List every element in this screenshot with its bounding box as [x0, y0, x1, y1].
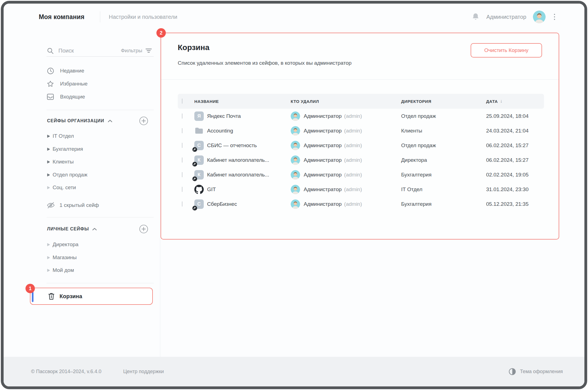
- row-checkbox[interactable]: [182, 128, 182, 133]
- personal-safe-item[interactable]: Директора: [30, 240, 157, 249]
- directory-name: Отдел продаж: [401, 113, 486, 119]
- sidebar-item-label: Входящие: [60, 94, 85, 100]
- table-row[interactable]: К Кабинет налогоплатель... Администратор…: [178, 167, 544, 182]
- column-header-date[interactable]: ДАТА ↓: [486, 98, 544, 104]
- triangle-right-icon[interactable]: [47, 173, 50, 177]
- org-safe-item[interactable]: Соц. сети: [30, 183, 157, 193]
- hidden-safe-item[interactable]: 1 скрытый сейф: [30, 200, 157, 210]
- row-checkbox[interactable]: [182, 157, 182, 163]
- add-org-safe-button[interactable]: [139, 116, 148, 125]
- top-bar: Моя компания Настройки и пользователи Ад…: [4, 4, 584, 30]
- org-safe-item[interactable]: Отдел продаж: [30, 170, 157, 180]
- kebab-menu-icon[interactable]: [552, 13, 557, 21]
- chevron-up-icon[interactable]: [92, 228, 97, 231]
- avatar[interactable]: [533, 11, 546, 23]
- item-name[interactable]: GIT: [207, 186, 291, 193]
- row-checkbox[interactable]: [182, 201, 182, 207]
- triangle-right-icon[interactable]: [47, 256, 50, 259]
- search-input[interactable]: [58, 47, 114, 54]
- sidebar-item-incoming[interactable]: Входящие: [30, 92, 157, 102]
- org-safe-item[interactable]: IT Отдел: [30, 131, 157, 141]
- triangle-right-icon[interactable]: [47, 147, 50, 151]
- select-all-checkbox[interactable]: [182, 98, 182, 104]
- hidden-safe-label: 1 скрытый сейф: [60, 202, 99, 208]
- clock-icon: [47, 67, 54, 75]
- table-row[interactable]: Accounting Администратор (admin) Клиенты…: [178, 123, 544, 138]
- row-checkbox[interactable]: [182, 187, 182, 192]
- clear-trash-button[interactable]: Очистить Корзину: [471, 43, 542, 58]
- chevron-up-icon[interactable]: [108, 119, 112, 123]
- safe-name: Клиенты: [53, 159, 74, 165]
- org-safe-item[interactable]: Клиенты: [30, 157, 157, 167]
- sidebar-item-trash[interactable]: 1 Корзина: [30, 288, 153, 305]
- deleted-by-login: (admin): [344, 157, 362, 163]
- deleted-date: 02.02.2024, 19:05: [486, 172, 544, 178]
- deleted-date: 24.03.2024, 21:04: [486, 128, 544, 134]
- directory-name: Директора: [401, 157, 486, 163]
- table-row[interactable]: С СБИС — отчетность Администратор (admin…: [178, 138, 544, 153]
- deleted-by-name: Администратор: [304, 142, 342, 149]
- item-name[interactable]: Кабинет налогоплатель...: [207, 157, 291, 163]
- safe-name: Директора: [53, 241, 78, 248]
- shortcut-icon: [192, 162, 197, 167]
- support-link[interactable]: Центр поддержки: [123, 357, 164, 386]
- table-row[interactable]: GIT Администратор (admin) IT Отдел 31.01…: [178, 182, 544, 197]
- personal-safe-item[interactable]: Магазины: [30, 253, 157, 262]
- triangle-right-icon[interactable]: [47, 160, 50, 164]
- filters-button[interactable]: Фильтры: [121, 48, 152, 54]
- add-personal-safe-button[interactable]: [139, 225, 148, 233]
- filter-icon: [145, 48, 152, 54]
- item-name[interactable]: Accounting: [207, 128, 291, 134]
- sidebar-item-recent[interactable]: Недавние: [30, 66, 157, 76]
- filters-label: Фильтры: [121, 48, 142, 54]
- triangle-right-icon[interactable]: [47, 186, 50, 189]
- deleted-by-name: Администратор: [304, 113, 342, 119]
- deleted-by-name: Администратор: [304, 157, 342, 163]
- column-header-name[interactable]: НАЗВАНИЕ: [194, 99, 291, 104]
- app-window: Моя компания Настройки и пользователи Ад…: [1, 1, 587, 389]
- sidebar-item-label: Недавние: [60, 68, 84, 74]
- table-row[interactable]: К Кабинет налогоплатель... Администратор…: [178, 153, 544, 167]
- theme-toggle[interactable]: Тема оформления: [509, 357, 563, 386]
- deleted-by-name: Администратор: [304, 172, 342, 178]
- table-row[interactable]: Я Яндекс Почта Администратор (admin) Отд…: [178, 109, 544, 123]
- page-subtitle: Список удаленных элементов из сейфов, в …: [178, 60, 352, 66]
- personal-safe-item[interactable]: Мой дом: [30, 265, 157, 275]
- item-name[interactable]: Яндекс Почта: [207, 113, 291, 119]
- bell-icon[interactable]: [471, 12, 480, 21]
- triangle-right-icon[interactable]: [47, 134, 50, 138]
- settings-users-link[interactable]: Настройки и пользователи: [109, 4, 177, 30]
- item-name[interactable]: Кабинет налогоплатель...: [207, 172, 291, 178]
- triangle-right-icon[interactable]: [47, 269, 50, 272]
- avatar: [291, 170, 300, 180]
- column-header-directory[interactable]: ДИРЕКТОРИЯ: [401, 99, 486, 104]
- copyright: © Пассворк 2014–2024, v.6.4.0: [31, 357, 101, 386]
- safe-name: Отдел продаж: [53, 172, 87, 178]
- eye-off-icon: [47, 202, 55, 209]
- deleted-by-login: (admin): [344, 186, 362, 193]
- avatar: [291, 111, 300, 121]
- search-icon: [47, 47, 54, 54]
- user-name[interactable]: Администратор: [486, 14, 526, 20]
- row-checkbox[interactable]: [182, 143, 182, 148]
- item-name[interactable]: СберБизнес: [207, 201, 291, 207]
- row-checkbox[interactable]: [182, 172, 182, 177]
- theme-label: Тема оформления: [520, 369, 563, 375]
- sidebar-item-favorites[interactable]: Избранные: [30, 79, 157, 89]
- company-name[interactable]: Моя компания: [39, 4, 84, 30]
- org-safe-item[interactable]: Бухгалтерия: [30, 144, 157, 154]
- table-row[interactable]: С СберБизнес Администратор (admin) Бухга…: [178, 197, 544, 211]
- deleted-by-login: (admin): [344, 142, 362, 149]
- triangle-right-icon[interactable]: [47, 243, 50, 246]
- column-header-deleted-by[interactable]: КТО УДАЛИЛ: [291, 99, 401, 104]
- theme-icon: [509, 368, 516, 375]
- deleted-date: 25.09.2024, 18:04: [486, 113, 544, 119]
- item-name[interactable]: СБИС — отчетность: [207, 142, 291, 149]
- panel-divider: [161, 79, 559, 80]
- sidebar-divider: [47, 110, 154, 110]
- row-checkbox[interactable]: [182, 113, 182, 119]
- item-letter-icon: Я: [194, 111, 204, 121]
- trash-label: Корзина: [60, 293, 82, 300]
- item-letter-icon: К: [194, 170, 204, 180]
- sidebar-divider: [47, 283, 154, 283]
